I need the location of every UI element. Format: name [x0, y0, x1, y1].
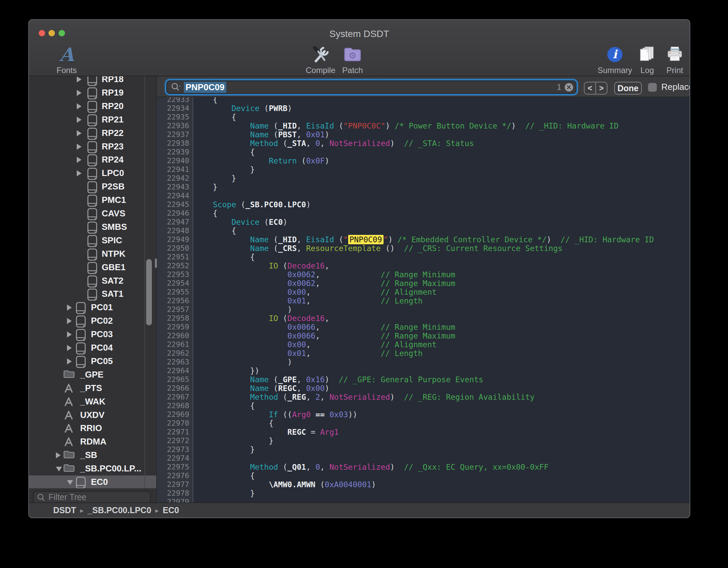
search-input[interactable]: PNP0C09 1 ✕	[166, 80, 576, 94]
sidebar-item-RP22[interactable]: RP22	[29, 127, 156, 140]
code-line[interactable]: 22939 {	[157, 148, 690, 156]
disclosure-triangle[interactable]	[56, 452, 61, 458]
breadcrumb-item[interactable]: DSDT	[53, 505, 76, 515]
code-line[interactable]: 22952 IO (Decode16,	[157, 261, 690, 270]
code-line[interactable]: 22977 \AMW0.AMWN (0xA0040001)	[157, 480, 690, 489]
code-line[interactable]: 22956 0x01, // Length	[157, 296, 690, 305]
code-line[interactable]: 22954 0x0062, // Range Maximum	[157, 279, 690, 288]
sidebar-item-EC0[interactable]: EC0	[29, 475, 156, 488]
toolbar-item-patch[interactable]: ⚙ Patch	[331, 43, 374, 75]
sidebar-item-RP23[interactable]: RP23	[29, 140, 156, 153]
sidebar-item-RP20[interactable]: RP20	[29, 100, 156, 113]
sidebar-item-LPC0[interactable]: LPC0	[29, 167, 156, 180]
code-line[interactable]: 22944	[157, 191, 690, 200]
disclosure-triangle[interactable]	[67, 318, 72, 324]
sidebar-item-PMC1[interactable]: PMC1	[29, 193, 156, 207]
disclosure-triangle[interactable]	[67, 331, 72, 338]
sidebar-item-_GPE[interactable]: _GPE	[29, 368, 156, 382]
code-line[interactable]: 22976 {	[157, 471, 690, 480]
sidebar-item-SMBS[interactable]: SMBS	[29, 220, 156, 234]
sidebar-scrollbar-thumb[interactable]	[146, 259, 152, 325]
code-line[interactable]: 22970 {	[157, 419, 690, 428]
code-line[interactable]: 22946{	[157, 209, 690, 218]
code-line[interactable]: 22951 {	[157, 253, 690, 261]
code-line[interactable]: 22958 IO (Decode16,	[157, 314, 690, 323]
disclosure-triangle[interactable]	[77, 103, 81, 109]
sidebar-item-RP21[interactable]: RP21	[29, 113, 156, 127]
sidebar-item-SAT1[interactable]: SAT1	[29, 287, 156, 301]
code-line[interactable]: 22965 Name (_GPE, 0x16) // _GPE: General…	[157, 375, 690, 384]
sidebar-item-RDMA[interactable]: RDMA	[29, 435, 156, 449]
code-line[interactable]: 22959 0x0066, // Range Minimum	[157, 323, 690, 331]
code-line[interactable]: 22953 0x0062, // Range Minimum	[157, 270, 690, 279]
code-line[interactable]: 22960 0x0066, // Range Maximum	[157, 331, 690, 340]
disclosure-triangle[interactable]	[67, 480, 73, 485]
sidebar-item-RP19[interactable]: RP19	[29, 86, 156, 100]
sidebar-item-_WAK[interactable]: _WAK	[29, 395, 156, 409]
magnifier-with-chevron-icon[interactable]	[170, 82, 182, 92]
code-line[interactable]: 22943}	[157, 183, 690, 191]
sidebar-item-RP24[interactable]: RP24	[29, 153, 156, 167]
sidebar-item-P2SB[interactable]: P2SB	[29, 180, 156, 193]
code-line[interactable]: 22950 Name (_CRS, ResourceTemplate () //…	[157, 244, 690, 253]
code-line[interactable]: 22974	[157, 454, 690, 463]
code-line[interactable]: 22979	[157, 498, 690, 502]
find-previous-button[interactable]: <	[585, 82, 595, 94]
sidebar-item-PC02[interactable]: PC02	[29, 314, 156, 328]
disclosure-triangle[interactable]	[77, 144, 81, 150]
code-line[interactable]: 22938 Method (_STA, 0, NotSerialized) //…	[157, 139, 690, 148]
disclosure-triangle[interactable]	[56, 467, 62, 471]
disclosure-triangle[interactable]	[77, 157, 81, 163]
code-line[interactable]: 22935 {	[157, 113, 690, 121]
disclosure-triangle[interactable]	[77, 90, 81, 96]
code-line[interactable]: 22972 }	[157, 436, 690, 445]
code-line[interactable]: 22936 Name (_HID, EisaId ("PNP0C0C") /* …	[157, 121, 690, 130]
sidebar-item-SAT2[interactable]: SAT2	[29, 274, 156, 288]
sidebar-item-_SB[interactable]: _SB	[29, 449, 156, 462]
code-line[interactable]: 22933{	[157, 97, 690, 104]
code-line[interactable]: 22945Scope (_SB.PC00.LPC0)	[157, 200, 690, 209]
sidebar-item-RRIO[interactable]: RRIO	[29, 422, 156, 435]
code-line[interactable]: 22975 Method (_Q01, 0, NotSerialized) //…	[157, 463, 690, 471]
disclosure-triangle[interactable]	[77, 76, 81, 82]
toolbar-item-fonts[interactable]: A Fonts	[45, 43, 89, 75]
sidebar-item-_PTS[interactable]: _PTS	[29, 382, 156, 395]
code-editor[interactable]: 22933{22934 Device (PWRB)22935 {22936 Na…	[156, 97, 690, 502]
sidebar-item-PC01[interactable]: PC01	[29, 301, 156, 314]
code-line[interactable]: 22963 )	[157, 358, 690, 366]
breadcrumb-item[interactable]: EC0	[163, 505, 179, 515]
breadcrumb-item[interactable]: _SB.PC00.LPC0	[88, 505, 151, 515]
sidebar-item-CAVS[interactable]: CAVS	[29, 207, 156, 220]
code-line[interactable]: 22942 }	[157, 174, 690, 183]
disclosure-triangle[interactable]	[67, 345, 72, 351]
disclosure-triangle[interactable]	[77, 130, 81, 136]
find-next-button[interactable]: >	[595, 82, 607, 94]
filter-tree-input[interactable]: Filter Tree	[33, 491, 151, 502]
toolbar-item-print[interactable]: Print	[653, 43, 690, 75]
disclosure-triangle[interactable]	[77, 117, 81, 123]
code-line[interactable]: 22967 Method (_REG, 2, NotSerialized) //…	[157, 393, 690, 401]
sidebar-item-SPIC[interactable]: SPIC	[29, 234, 156, 247]
sidebar-item-PC05[interactable]: PC05	[29, 355, 156, 368]
sidebar-item-UXDV[interactable]: UXDV	[29, 409, 156, 422]
code-line[interactable]: 22971 REGC = Arg1	[157, 428, 690, 436]
disclosure-triangle[interactable]	[67, 305, 72, 311]
replace-checkbox[interactable]	[648, 83, 657, 92]
splitter-handle[interactable]	[155, 258, 157, 268]
clear-search-icon[interactable]: ✕	[565, 83, 573, 92]
sidebar-item-NTPK[interactable]: NTPK	[29, 247, 156, 261]
code-line[interactable]: 22978 }	[157, 489, 690, 498]
code-line[interactable]: 22973 }	[157, 445, 690, 454]
code-line[interactable]: 22940 Return (0x0F)	[157, 156, 690, 165]
sidebar-item-PC04[interactable]: PC04	[29, 341, 156, 355]
code-line[interactable]: 22962 0x01, // Length	[157, 349, 690, 358]
sidebar-item-_SB.PC00.LP...[interactable]: _SB.PC00.LP...	[29, 462, 156, 475]
code-line[interactable]: 22964 })	[157, 366, 690, 375]
code-line[interactable]: 22966 Name (REGC, 0x00)	[157, 384, 690, 393]
code-line[interactable]: 22955 0x00, // Alignment	[157, 288, 690, 296]
disclosure-triangle[interactable]	[77, 170, 81, 176]
code-line[interactable]: 22961 0x00, // Alignment	[157, 340, 690, 349]
code-line[interactable]: 22937 Name (PBST, 0x01)	[157, 130, 690, 139]
sidebar-item-RP18[interactable]: RP18	[29, 76, 156, 86]
code-line[interactable]: 22957 )	[157, 305, 690, 314]
